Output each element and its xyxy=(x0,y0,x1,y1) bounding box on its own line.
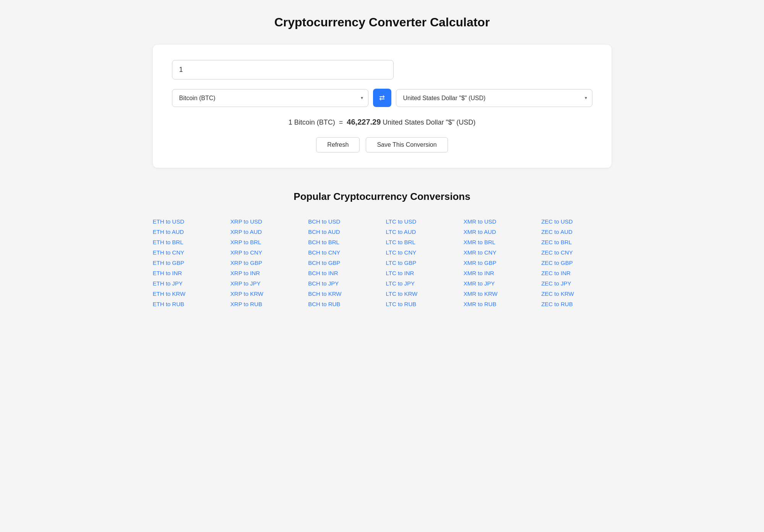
conversion-column-zec: ZEC to USDZEC to AUDZEC to BRLZEC to CNY… xyxy=(541,216,611,309)
conversion-column-xmr: XMR to USDXMR to AUDXMR to BRLXMR to CNY… xyxy=(464,216,534,309)
conversion-link-xmr-3[interactable]: XMR to CNY xyxy=(464,247,534,258)
from-currency-select[interactable]: Bitcoin (BTC) xyxy=(172,89,368,107)
conversion-column-xrp: XRP to USDXRP to AUDXRP to BRLXRP to CNY… xyxy=(230,216,300,309)
from-currency-wrapper: Bitcoin (BTC) ▾ xyxy=(172,89,368,107)
conversion-link-eth-3[interactable]: ETH to CNY xyxy=(153,247,223,258)
conversion-link-zec-6[interactable]: ZEC to JPY xyxy=(541,278,611,289)
conversion-link-xrp-8[interactable]: XRP to RUB xyxy=(230,299,300,309)
conversion-link-eth-4[interactable]: ETH to GBP xyxy=(153,258,223,268)
result-currency-label: United States Dollar "$" (USD) xyxy=(383,118,475,126)
conversion-link-xrp-0[interactable]: XRP to USD xyxy=(230,216,300,227)
conversion-link-bch-5[interactable]: BCH to INR xyxy=(308,268,378,278)
conversion-link-bch-6[interactable]: BCH to JPY xyxy=(308,278,378,289)
conversion-column-eth: ETH to USDETH to AUDETH to BRLETH to CNY… xyxy=(153,216,223,309)
conversion-link-zec-7[interactable]: ZEC to KRW xyxy=(541,289,611,299)
conversion-column-ltc: LTC to USDLTC to AUDLTC to BRLLTC to CNY… xyxy=(386,216,456,309)
conversion-link-ltc-1[interactable]: LTC to AUD xyxy=(386,227,456,237)
conversion-link-bch-1[interactable]: BCH to AUD xyxy=(308,227,378,237)
conversion-link-zec-5[interactable]: ZEC to INR xyxy=(541,268,611,278)
conversion-link-zec-1[interactable]: ZEC to AUD xyxy=(541,227,611,237)
conversion-link-zec-0[interactable]: ZEC to USD xyxy=(541,216,611,227)
conversion-link-bch-3[interactable]: BCH to CNY xyxy=(308,247,378,258)
conversion-link-xmr-4[interactable]: XMR to GBP xyxy=(464,258,534,268)
conversion-link-xrp-5[interactable]: XRP to INR xyxy=(230,268,300,278)
conversion-link-xmr-5[interactable]: XMR to INR xyxy=(464,268,534,278)
conversion-link-eth-1[interactable]: ETH to AUD xyxy=(153,227,223,237)
to-currency-select[interactable]: United States Dollar "$" (USD) xyxy=(396,89,592,107)
conversion-link-eth-2[interactable]: ETH to BRL xyxy=(153,237,223,247)
conversion-link-ltc-6[interactable]: LTC to JPY xyxy=(386,278,456,289)
conversion-link-ltc-7[interactable]: LTC to KRW xyxy=(386,289,456,299)
conversion-link-xmr-1[interactable]: XMR to AUD xyxy=(464,227,534,237)
conversion-link-eth-7[interactable]: ETH to KRW xyxy=(153,289,223,299)
equals-sign: = xyxy=(337,118,347,126)
conversion-link-eth-8[interactable]: ETH to RUB xyxy=(153,299,223,309)
amount-input[interactable] xyxy=(172,60,394,79)
popular-title: Popular Cryptocurrency Conversions xyxy=(153,191,612,203)
conversion-link-xmr-8[interactable]: XMR to RUB xyxy=(464,299,534,309)
conversion-link-xrp-2[interactable]: XRP to BRL xyxy=(230,237,300,247)
conversion-link-xrp-7[interactable]: XRP to KRW xyxy=(230,289,300,299)
conversion-link-ltc-3[interactable]: LTC to CNY xyxy=(386,247,456,258)
conversion-link-zec-2[interactable]: ZEC to BRL xyxy=(541,237,611,247)
conversions-grid: ETH to USDETH to AUDETH to BRLETH to CNY… xyxy=(153,216,612,309)
conversion-link-ltc-4[interactable]: LTC to GBP xyxy=(386,258,456,268)
conversion-link-ltc-5[interactable]: LTC to INR xyxy=(386,268,456,278)
conversion-link-eth-0[interactable]: ETH to USD xyxy=(153,216,223,227)
conversion-link-ltc-2[interactable]: LTC to BRL xyxy=(386,237,456,247)
conversion-link-xmr-0[interactable]: XMR to USD xyxy=(464,216,534,227)
conversion-link-bch-2[interactable]: BCH to BRL xyxy=(308,237,378,247)
conversion-link-xrp-4[interactable]: XRP to GBP xyxy=(230,258,300,268)
popular-section: Popular Cryptocurrency Conversions ETH t… xyxy=(153,191,612,309)
swap-button[interactable]: ⇄ xyxy=(373,89,391,107)
conversion-link-bch-0[interactable]: BCH to USD xyxy=(308,216,378,227)
to-currency-wrapper: United States Dollar "$" (USD) ▾ xyxy=(396,89,592,107)
actions-row: Refresh Save This Conversion xyxy=(172,137,592,152)
conversion-link-xmr-6[interactable]: XMR to JPY xyxy=(464,278,534,289)
result-from-text: 1 Bitcoin (BTC) xyxy=(289,118,335,126)
conversion-link-eth-6[interactable]: ETH to JPY xyxy=(153,278,223,289)
selectors-row: Bitcoin (BTC) ▾ ⇄ United States Dollar "… xyxy=(172,89,592,107)
refresh-button[interactable]: Refresh xyxy=(316,137,360,152)
conversion-column-bch: BCH to USDBCH to AUDBCH to BRLBCH to CNY… xyxy=(308,216,378,309)
conversion-link-zec-4[interactable]: ZEC to GBP xyxy=(541,258,611,268)
conversion-link-xrp-6[interactable]: XRP to JPY xyxy=(230,278,300,289)
result-row: 1 Bitcoin (BTC) = 46,227.29 United State… xyxy=(172,118,592,127)
conversion-link-zec-8[interactable]: ZEC to RUB xyxy=(541,299,611,309)
conversion-link-xmr-7[interactable]: XMR to KRW xyxy=(464,289,534,299)
conversion-link-bch-4[interactable]: BCH to GBP xyxy=(308,258,378,268)
swap-icon: ⇄ xyxy=(379,94,385,102)
converter-card: Bitcoin (BTC) ▾ ⇄ United States Dollar "… xyxy=(153,45,612,168)
save-conversion-button[interactable]: Save This Conversion xyxy=(366,137,448,152)
conversion-link-ltc-0[interactable]: LTC to USD xyxy=(386,216,456,227)
page-title: Cryptocurrency Converter Calculator xyxy=(23,15,741,29)
conversion-link-xrp-1[interactable]: XRP to AUD xyxy=(230,227,300,237)
conversion-link-bch-8[interactable]: BCH to RUB xyxy=(308,299,378,309)
result-amount: 46,227.29 xyxy=(347,118,381,126)
conversion-link-zec-3[interactable]: ZEC to CNY xyxy=(541,247,611,258)
conversion-link-xrp-3[interactable]: XRP to CNY xyxy=(230,247,300,258)
conversion-link-bch-7[interactable]: BCH to KRW xyxy=(308,289,378,299)
conversion-link-ltc-8[interactable]: LTC to RUB xyxy=(386,299,456,309)
conversion-link-eth-5[interactable]: ETH to INR xyxy=(153,268,223,278)
conversion-link-xmr-2[interactable]: XMR to BRL xyxy=(464,237,534,247)
